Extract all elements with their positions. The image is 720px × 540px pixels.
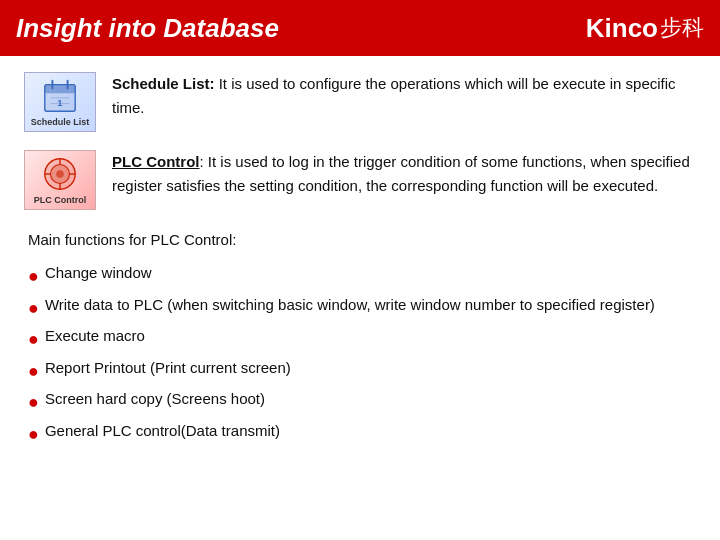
- svg-point-12: [56, 170, 64, 178]
- plc-icon-label: PLC Control: [34, 195, 87, 206]
- bullet-text: General PLC control(Data transmit): [45, 418, 280, 444]
- logo-chinese-text: 步科: [660, 13, 704, 43]
- schedule-icon-label: Schedule List: [31, 117, 90, 128]
- bullet-dot-icon: ●: [28, 419, 39, 450]
- content-area: 1 Schedule List Schedule List: It is use…: [0, 56, 720, 466]
- svg-rect-2: [45, 84, 75, 93]
- list-item: ●Execute macro: [28, 323, 692, 355]
- bullet-dot-icon: ●: [28, 387, 39, 418]
- schedule-icon: 1: [41, 77, 79, 115]
- schedule-description: Schedule List: It is used to configure t…: [112, 72, 696, 120]
- plc-icon: [41, 155, 79, 193]
- logo: Kinco 步科: [586, 13, 704, 44]
- bullet-dot-icon: ●: [28, 324, 39, 355]
- list-item: ●General PLC control(Data transmit): [28, 418, 692, 450]
- page-title: Insight into Database: [16, 13, 279, 44]
- header: Insight into Database Kinco 步科: [0, 0, 720, 56]
- bullet-text: Report Printout (Print current screen): [45, 355, 291, 381]
- bullet-dot-icon: ●: [28, 356, 39, 387]
- list-item: ●Report Printout (Print current screen): [28, 355, 692, 387]
- bullet-text: Write data to PLC (when switching basic …: [45, 292, 655, 318]
- bullet-text: Screen hard copy (Screens hoot): [45, 386, 265, 412]
- plc-icon-box: PLC Control: [24, 150, 96, 210]
- plc-control-row: PLC Control PLC Control: It is used to l…: [24, 150, 696, 210]
- logo-kinco-text: Kinco: [586, 13, 658, 44]
- plc-description: PLC Control: It is used to log in the tr…: [112, 150, 696, 198]
- main-functions-section: Main functions for PLC Control: ●Change …: [24, 228, 696, 450]
- main-functions-title: Main functions for PLC Control:: [28, 228, 692, 252]
- schedule-list-row: 1 Schedule List Schedule List: It is use…: [24, 72, 696, 132]
- bullet-list: ●Change window●Write data to PLC (when s…: [28, 260, 692, 450]
- bullet-dot-icon: ●: [28, 293, 39, 324]
- bullet-dot-icon: ●: [28, 261, 39, 292]
- plc-bold-label: PLC Control: [112, 153, 200, 170]
- schedule-icon-box: 1 Schedule List: [24, 72, 96, 132]
- list-item: ●Write data to PLC (when switching basic…: [28, 292, 692, 324]
- bullet-text: Execute macro: [45, 323, 145, 349]
- bullet-text: Change window: [45, 260, 152, 286]
- schedule-bold-label: Schedule List:: [112, 75, 215, 92]
- list-item: ●Screen hard copy (Screens hoot): [28, 386, 692, 418]
- list-item: ●Change window: [28, 260, 692, 292]
- plc-body-text: : It is used to log in the trigger condi…: [112, 153, 690, 194]
